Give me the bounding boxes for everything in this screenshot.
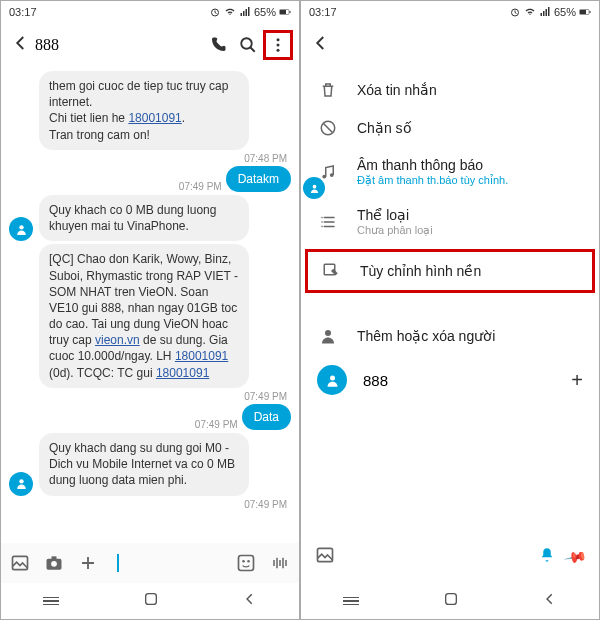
signal-icon: [539, 6, 551, 18]
message-row: Quy khach co 0 MB dung luong khuyen mai …: [9, 195, 291, 241]
person-icon: [325, 373, 340, 388]
menu-label: Chặn số: [357, 120, 412, 136]
person-icon: [309, 183, 320, 194]
timestamp: 07:49 PM: [9, 499, 291, 510]
link[interactable]: 18001091: [128, 111, 181, 125]
chat-area[interactable]: them goi cuoc de tiep tuc truy cap inter…: [1, 67, 299, 543]
svg-rect-17: [146, 594, 157, 605]
link[interactable]: 18001091: [156, 366, 209, 380]
add-contact-button[interactable]: +: [571, 369, 583, 392]
message-bubble[interactable]: Datakm: [226, 166, 291, 192]
pin-icon: 📌: [563, 544, 589, 570]
message-bubble[interactable]: Quy khach co 0 MB dung luong khuyen mai …: [39, 195, 249, 241]
svg-point-6: [277, 44, 280, 47]
menu-sound[interactable]: Âm thanh thông báo Đặt âm thanh th.báo t…: [301, 147, 599, 197]
menu-delete[interactable]: Xóa tin nhắn: [301, 71, 599, 109]
svg-rect-2: [280, 10, 286, 14]
nav-recent[interactable]: [343, 597, 359, 606]
more-button[interactable]: [263, 30, 293, 60]
nav-bar: [301, 583, 599, 619]
battery-text: 65%: [554, 6, 576, 18]
image-icon: [315, 545, 335, 565]
message-bubble[interactable]: them goi cuoc de tiep tuc truy cap inter…: [39, 71, 249, 150]
svg-point-12: [51, 561, 57, 567]
menu-label: Thêm hoặc xóa người: [357, 328, 495, 344]
voice-icon: [271, 554, 289, 572]
message-row: Quy khach dang su dung goi M0 - Dich vu …: [9, 433, 291, 496]
link[interactable]: vieon.vn: [95, 333, 140, 347]
block-icon: [317, 119, 339, 137]
nav-home[interactable]: [443, 591, 459, 611]
more-vert-icon: [269, 36, 287, 54]
menu-label: Xóa tin nhắn: [357, 82, 437, 98]
compose-input[interactable]: [117, 554, 119, 572]
timestamp: 07:49 PM: [9, 391, 291, 402]
camera-button[interactable]: [43, 552, 65, 574]
pin-button[interactable]: 📌: [566, 548, 585, 566]
back-button[interactable]: [307, 34, 335, 57]
status-bar: 03:17 65%: [301, 1, 599, 23]
contact-row[interactable]: 888 +: [301, 355, 599, 405]
alarm-icon: [509, 6, 521, 18]
notification-button[interactable]: [538, 546, 556, 569]
wifi-icon: [224, 6, 236, 18]
menu-block[interactable]: Chặn số: [301, 109, 599, 147]
conversation-panel: 03:17 65% 888 them goi cuoc de tiep tuc …: [0, 0, 300, 620]
status-bar: 03:17 65%: [1, 1, 299, 23]
svg-rect-14: [239, 556, 254, 571]
signal-icon: [239, 6, 251, 18]
sticker-icon: [236, 553, 256, 573]
battery-text: 65%: [254, 6, 276, 18]
message-bubble[interactable]: Quy khach dang su dung goi M0 - Dich vu …: [39, 433, 249, 496]
person-icon: [15, 223, 28, 236]
message-bubble[interactable]: [QC] Chao don Karik, Wowy, Binz, Suboi, …: [39, 244, 249, 388]
nav-recent[interactable]: [43, 597, 59, 606]
gallery-button[interactable]: [315, 545, 335, 569]
status-icons: 65%: [509, 6, 591, 18]
menu-label: Tùy chỉnh hình nền: [360, 263, 481, 279]
menu-wallpaper[interactable]: Tùy chỉnh hình nền: [305, 249, 595, 293]
image-icon: [10, 553, 30, 573]
menu-people[interactable]: Thêm hoặc xóa người: [301, 317, 599, 355]
message-bubble[interactable]: Data: [242, 404, 291, 430]
trash-icon: [317, 81, 339, 99]
sticker-button[interactable]: [235, 552, 257, 574]
menu-header: [301, 23, 599, 67]
compose-bar: [1, 543, 299, 583]
alarm-icon: [209, 6, 221, 18]
svg-point-9: [19, 479, 23, 483]
status-time: 03:17: [9, 6, 37, 18]
svg-point-24: [330, 173, 334, 177]
svg-rect-13: [52, 556, 57, 559]
back-button[interactable]: [7, 34, 35, 57]
search-button[interactable]: [233, 30, 263, 60]
nav-home[interactable]: [143, 591, 159, 611]
status-time: 03:17: [309, 6, 337, 18]
message-row: 07:49 PM Data: [9, 404, 291, 430]
nav-back[interactable]: [543, 592, 557, 610]
menu-panel: 03:17 65% Xóa tin nhắn Chặn số Âm thanh …: [300, 0, 600, 620]
chat-header: 888: [1, 23, 299, 67]
svg-point-5: [277, 38, 280, 41]
link[interactable]: 18001091: [175, 349, 228, 363]
bell-icon: [538, 546, 556, 564]
status-icons: 65%: [209, 6, 291, 18]
gallery-button[interactable]: [9, 552, 31, 574]
contact-name: 888: [363, 372, 555, 389]
chevron-left-icon: [243, 592, 257, 606]
voice-button[interactable]: [269, 552, 291, 574]
home-icon: [443, 591, 459, 607]
call-button[interactable]: [203, 30, 233, 60]
menu-category[interactable]: Thể loại Chưa phân loại: [301, 197, 599, 247]
avatar: [9, 217, 33, 241]
add-button[interactable]: [77, 552, 99, 574]
avatar-peek: [303, 177, 325, 199]
bottom-toolbar: 📌: [301, 537, 599, 577]
svg-rect-21: [590, 11, 591, 13]
camera-icon: [44, 553, 64, 573]
svg-point-23: [322, 175, 326, 179]
plus-icon: [79, 554, 97, 572]
wifi-icon: [524, 6, 536, 18]
message-row: them goi cuoc de tiep tuc truy cap inter…: [9, 71, 291, 150]
nav-back[interactable]: [243, 592, 257, 610]
